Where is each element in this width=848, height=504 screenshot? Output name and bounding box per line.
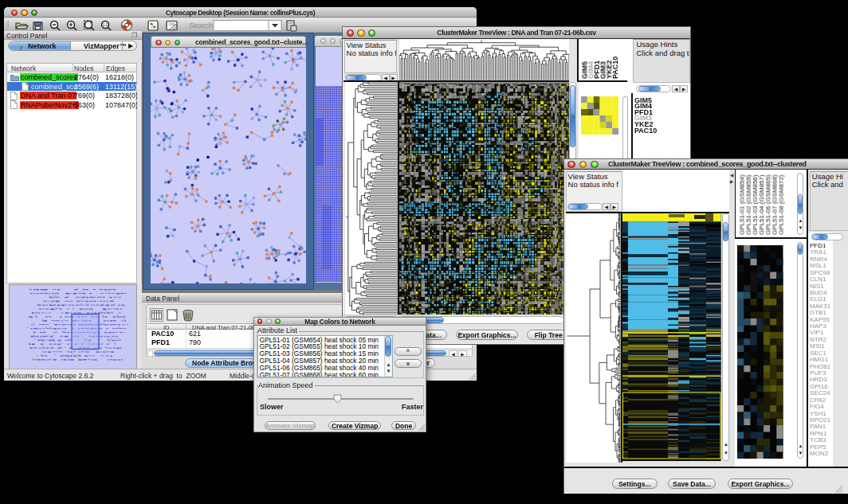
svg-text:PAC10: PAC10 — [611, 57, 619, 79]
svg-text:Search:: Search: — [189, 21, 215, 29]
svg-text:GPL51-08 (GSM872): GPL51-08 (GSM872) — [777, 174, 784, 235]
svg-text:1:1: 1:1 — [103, 23, 108, 27]
